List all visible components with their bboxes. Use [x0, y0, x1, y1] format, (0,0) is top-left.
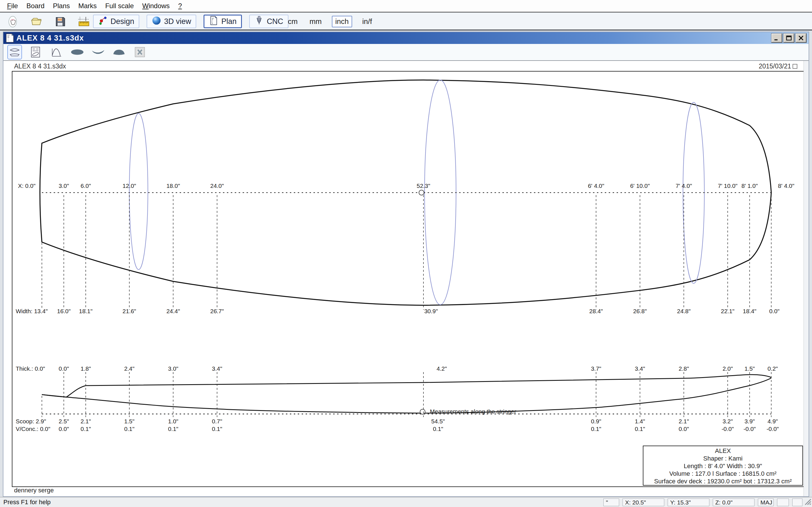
- menu-help[interactable]: ?: [174, 1, 186, 11]
- measurement-labels: X: 0.0"3.0"6.0"12.0"18.0"24.0"52.3"6' 4.…: [16, 182, 795, 432]
- width-measure-label: 28.4": [589, 308, 603, 314]
- main-toolbar: Design3D viewPlanCNC cmmminchin/f: [0, 13, 812, 31]
- profile-center-marker[interactable]: [420, 409, 425, 414]
- document-name: ALEX 8 4 31.s3dx: [14, 62, 66, 70]
- mode-buttons: Design3D viewPlanCNC: [93, 15, 289, 28]
- cnc-icon: [254, 16, 264, 27]
- open-folder-icon[interactable]: [29, 14, 44, 29]
- file-tool-icons: [5, 14, 91, 29]
- width-measure-label: 24.4": [166, 308, 180, 314]
- scoop-measure-label: 4.9": [767, 418, 778, 425]
- document-window: ALEX 8 4 31.s3dx ALEX 8 4 31.s3dx 2015/0…: [3, 32, 809, 497]
- thick-measure-label: 1.5": [744, 365, 755, 372]
- document-icon: [6, 34, 14, 43]
- x-measure-label: 6' 10.0": [630, 182, 650, 189]
- section-solid-icon[interactable]: [112, 45, 126, 59]
- select-hand-icon[interactable]: [5, 14, 20, 29]
- design-button[interactable]: Design: [93, 15, 139, 28]
- document-titlebar[interactable]: ALEX 8 4 31.s3dx: [3, 32, 809, 44]
- vconc-measure-label: 0.1": [591, 426, 601, 432]
- date-checkbox[interactable]: [793, 64, 797, 69]
- scoop-measure-label: 2.1": [81, 418, 91, 425]
- width-measure-label: 26.8": [633, 308, 647, 314]
- scoop-measure-label: 2.1": [679, 418, 689, 425]
- menu-full-scale[interactable]: Full scale: [101, 1, 138, 11]
- width-measure-label: 24.8": [677, 308, 691, 314]
- vconc-measure-label: 0.1": [433, 426, 443, 432]
- x-measure-label: 3.0": [59, 182, 69, 189]
- width-measure-label: 18.4": [743, 308, 756, 314]
- window-title: ALEX 8 4 31.s3dx: [16, 34, 84, 43]
- scoop-measure-label: 1.4": [635, 418, 645, 425]
- section-curve-3: [683, 103, 704, 283]
- width-measure-label: 0.0": [769, 308, 779, 314]
- vconc-measure-label: 0.1": [168, 426, 179, 432]
- vconc-measure-label: -0.0": [744, 426, 756, 432]
- thick-measure-label: 3.0": [168, 365, 179, 372]
- 3d-view-button[interactable]: 3D view: [147, 15, 196, 28]
- vconc-measure-label: 0.1": [124, 426, 135, 432]
- status-extra-2: [792, 499, 802, 506]
- plan-solid-icon[interactable]: [70, 45, 85, 59]
- thick-measure-label: Thick.: 0.0": [16, 365, 45, 372]
- menu-board[interactable]: Board: [22, 1, 49, 11]
- shape3d-app: FileBoardPlansMarksFull scaleWindows? De…: [0, 0, 812, 507]
- menu-plans[interactable]: Plans: [49, 1, 74, 11]
- status-bar: Press F1 for help "X: 20.5"Y: 15.3"Z: 0.…: [0, 497, 812, 507]
- x-measure-label: 6.0": [81, 182, 91, 189]
- scoop-measure-label: 2.5": [59, 418, 69, 425]
- status-unit: ": [603, 499, 619, 506]
- unit-cm[interactable]: cm: [286, 16, 299, 27]
- scoop-measure-label: 0.9": [591, 418, 601, 425]
- excel-export-icon[interactable]: [133, 45, 147, 59]
- date-text: 2015/03/21: [759, 62, 791, 70]
- measure-ruler-icon[interactable]: [76, 14, 91, 29]
- x-measure-label: 18.0": [166, 182, 180, 189]
- x-measure-label: X: 0.0": [18, 182, 36, 189]
- plan-button[interactable]: Plan: [204, 15, 242, 28]
- vertical-scrollbar[interactable]: [804, 61, 809, 496]
- status-readouts: "X: 20.5"Y: 15.3"Z: 0.0"MAJ: [603, 499, 802, 506]
- board-info-line: Shaper : Kami: [644, 455, 802, 462]
- button-label: 3D view: [164, 17, 191, 26]
- maximize-button[interactable]: [783, 34, 794, 43]
- width-measure-label: 16.0": [57, 308, 70, 314]
- cnc-button[interactable]: CNC: [249, 15, 289, 28]
- thick-measure-label: 3.4": [635, 365, 645, 372]
- thick-measure-label: 4.2": [437, 365, 447, 372]
- curve-icon[interactable]: [49, 45, 64, 59]
- close-button[interactable]: [796, 34, 806, 43]
- plan-icon: [209, 16, 218, 27]
- save-icon[interactable]: [52, 14, 68, 29]
- rocker-solid-icon[interactable]: [91, 45, 105, 59]
- vconc-measure-label: V/Conc.: 0.0": [16, 426, 50, 432]
- board-name: ALEX: [644, 447, 802, 455]
- x-measure-label: 24.0": [210, 182, 224, 189]
- unit-mm[interactable]: mm: [308, 16, 323, 27]
- x-measure-label: 12.0": [123, 182, 136, 189]
- scoop-measure-label: Scoop: 2.9": [16, 418, 46, 425]
- status-extra-1: [777, 499, 789, 506]
- menu-marks[interactable]: Marks: [74, 1, 101, 11]
- board-info-line: Length : 8' 4.0" Width : 30.9": [644, 462, 802, 470]
- plan-center-marker[interactable]: [419, 190, 424, 195]
- unit-inch[interactable]: inch: [332, 16, 352, 27]
- board-outline-views-icon[interactable]: [7, 45, 22, 59]
- scoop-measure-label: 3.9": [744, 418, 755, 425]
- resize-grip-icon[interactable]: [804, 498, 811, 506]
- width-measure-label: 22.1": [721, 308, 734, 314]
- unit-in-f[interactable]: in/f: [361, 16, 374, 27]
- vconc-measure-label: 0.1": [635, 426, 645, 432]
- thick-measure-label: 2.0": [723, 365, 733, 372]
- menu-windows[interactable]: Windows: [138, 1, 174, 11]
- document-area: ALEX 8 4 31.s3dx 2015/03/21: [3, 61, 809, 496]
- minimize-button[interactable]: [771, 34, 782, 43]
- board-drawing[interactable]: Measurements along the stringer X: 0.0"3…: [12, 71, 804, 487]
- vconc-measure-label: 0.0": [59, 426, 69, 432]
- vconc-measure-label: 0.1": [212, 426, 222, 432]
- scoop-measure-label: 0.7": [212, 418, 222, 425]
- spec-sheet-icon[interactable]: [28, 45, 43, 59]
- menu-file[interactable]: File: [3, 1, 22, 11]
- station-lines: [42, 195, 771, 417]
- width-measure-label: 21.6": [123, 308, 136, 314]
